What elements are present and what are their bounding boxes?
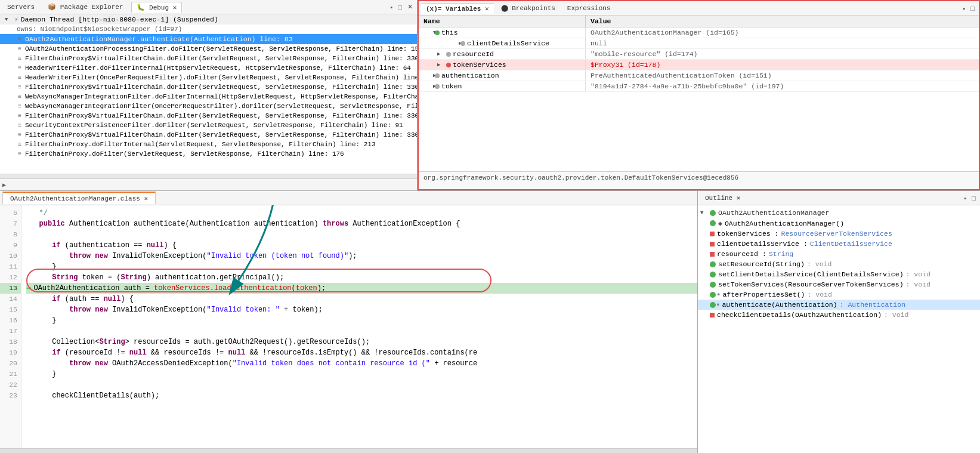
stack-frame-4[interactable]: ≡ HeaderWriterFilter(OncePerRequestFilte… — [0, 73, 417, 82]
var-row-this[interactable]: ▼ this OAuth2AuthenticationManager (id=1… — [419, 27, 979, 38]
vars-maximize-btn[interactable]: □ — [969, 4, 976, 13]
thread-item[interactable]: ▼ ⚡ Daemon Thread [http-nio-8080-exec-1]… — [0, 14, 417, 24]
frame-text-11: FilterChainProxy.doFilterInternal(Servle… — [25, 141, 376, 148]
frame-icon-4: ≡ — [17, 75, 23, 81]
frame-text-7: WebAsyncManagerIntegrationFilter(OncePer… — [25, 103, 417, 110]
outline-auth-label: authenticate(Authentication) — [722, 301, 837, 309]
owns-label: owns: NioEndpoint$NioSocketWrapper (id=9… — [17, 26, 182, 33]
tab-package-explorer[interactable]: 📦 Package Explorer — [43, 2, 128, 12]
outline-constructor-label: ◆ — [718, 219, 722, 227]
vars-minimize-btn[interactable]: ▪ — [961, 4, 967, 13]
outline-class[interactable]: ▼ OAuth2AuthenticationManager — [698, 208, 980, 218]
debug-close-btn[interactable]: ✕ — [406, 2, 415, 11]
debug-scrollbar[interactable] — [0, 174, 417, 178]
frame-icon-1: ≡ — [17, 46, 23, 52]
token-icon — [435, 84, 440, 89]
outline-minimize-btn[interactable]: ▪ — [962, 194, 968, 202]
outline-aps-icon: ● — [710, 292, 720, 298]
line14-content: if (auth == null) { — [26, 294, 134, 304]
line7-content: public Authentication authenticate(Authe… — [26, 218, 460, 229]
owns-item: owns: NioEndpoint$NioSocketWrapper (id=9… — [0, 24, 417, 34]
var-value-this: OAuth2AuthenticationManager (id=165) — [586, 27, 979, 38]
tab-debug[interactable]: 🐛 Debug ✕ — [131, 2, 182, 13]
ts-expand[interactable]: ▶ — [437, 61, 444, 68]
stack-frame-12[interactable]: ≡ FilterChainProxy.doFilter(ServletReque… — [0, 149, 417, 159]
stack-frame-0[interactable]: ≡ OAuth2AuthenticationManager.authentica… — [0, 34, 417, 44]
bottom-panel: OAuth2AuthenticationManager.class ✕ 6 7 … — [0, 191, 980, 453]
var-row-token[interactable]: ▶ token "8194a1d7-2784-4a9e-a71b-25bebfc… — [419, 81, 979, 92]
outline-class-label: OAuth2AuthenticationManager — [718, 209, 829, 217]
stack-frame-9[interactable]: ≡ SecurityContextPersistenceFilter.doFil… — [0, 121, 417, 130]
tab-expressions[interactable]: Expressions — [562, 4, 616, 13]
ln-19: 19 — [0, 347, 21, 358]
stack-frame-10[interactable]: ≡ FilterChainProxy$VirtualFilterChain.do… — [0, 130, 417, 140]
var-row-clientDetailsService[interactable]: ▶ clientDetailsService null — [419, 38, 979, 49]
var-name-token: ▶ token — [419, 81, 586, 91]
outline-cds[interactable]: clientDetailsService : ClientDetailsServ… — [698, 239, 980, 249]
outline-tab-bar: Outline ✕ ▪ □ — [698, 191, 980, 205]
outline-checkClientDetails[interactable]: checkClientDetails(OAuth2Authentication)… — [698, 310, 980, 320]
debug-arrow: ⇒ — [26, 283, 31, 294]
rid-expand[interactable]: ▶ — [437, 51, 444, 57]
stack-frame-6[interactable]: ≡ WebAsyncManagerIntegrationFilter.doFil… — [0, 92, 417, 101]
ts-label: tokenServices — [453, 61, 506, 69]
auth-expand[interactable]: ▶ — [421, 72, 433, 79]
var-row-authentication[interactable]: ▶ authentication PreAuthenticatedAuthent… — [419, 70, 979, 81]
outline-resourceId[interactable]: resourceId : String — [698, 249, 980, 259]
code-tab-bar: OAuth2AuthenticationManager.class ✕ — [0, 191, 697, 205]
var-value-ts: $Proxy31 (id=178) — [586, 60, 979, 70]
debug-maximize-btn[interactable]: □ — [396, 2, 404, 11]
nav-arrow-right[interactable]: ▶ — [2, 181, 6, 189]
stack-frame-2[interactable]: ≡ FilterChainProxy$VirtualFilterChain.do… — [0, 54, 417, 63]
outline-ccd-icon — [710, 313, 715, 318]
line21-content: } — [26, 369, 56, 380]
line18-content: Collection<String> resourceIds = auth.ge… — [26, 337, 370, 347]
expand-arrow[interactable]: ▼ — [5, 17, 12, 23]
code-line-15: throw new InvalidTokenException("Invalid… — [26, 304, 697, 315]
stack-frame-8[interactable]: ≡ FilterChainProxy$VirtualFilterChain.do… — [0, 111, 417, 121]
tab-outline[interactable]: Outline ✕ — [700, 193, 745, 203]
code-tab-main[interactable]: OAuth2AuthenticationManager.class ✕ — [2, 192, 156, 204]
frame-text-10: FilterChainProxy$VirtualFilterChain.doFi… — [25, 131, 417, 138]
outline-tokenServices[interactable]: tokenServices : ResourceServerTokenServi… — [698, 229, 980, 239]
code-hscrollbar[interactable] — [0, 448, 697, 453]
stack-frame-11[interactable]: ≡ FilterChainProxy.doFilterInternal(Serv… — [0, 140, 417, 149]
code-line-22 — [26, 380, 697, 390]
outline-ts-type: ResourceServerTokenServices — [781, 230, 892, 238]
var-row-tokenServices[interactable]: ▶ tokenServices $Proxy31 (id=178) — [419, 60, 979, 70]
outline-scds-ret: : void — [906, 270, 930, 278]
outline-authenticate[interactable]: ● authenticate(Authentication) : Authent… — [698, 300, 980, 310]
outline-afterPropertiesSet[interactable]: ● afterPropertiesSet() : void — [698, 289, 980, 300]
tab-breakpoints[interactable]: ⬤ Breakpoints — [496, 3, 560, 13]
vars-expression: org.springframework.security.oauth2.prov… — [419, 171, 979, 189]
outline-setCDS[interactable]: setClientDetailsService(ClientDetailsSer… — [698, 269, 980, 279]
code-editor[interactable]: 6 7 8 9 10 11 12 13 14 15 16 17 18 19 — [0, 205, 697, 448]
var-name-auth: ▶ authentication — [419, 70, 586, 81]
code-line-12: String token = (String) authentication.g… — [26, 272, 697, 283]
this-expand[interactable]: ▼ — [421, 30, 433, 36]
outline-sts-icon — [710, 282, 716, 288]
var-row-resourceId[interactable]: ▶ resourceId "mobile-resource" (id=174) — [419, 49, 979, 60]
outline-setResourceId[interactable]: setResourceId(String) : void — [698, 259, 980, 269]
debug-minimize-btn[interactable]: ▪ — [388, 2, 394, 11]
stack-frame-7[interactable]: ≡ WebAsyncManagerIntegrationFilter(OnceP… — [0, 101, 417, 111]
tab-servers[interactable]: Servers — [2, 2, 39, 12]
outline-constructor[interactable]: ◆ OAuth2AuthenticationManager() — [698, 218, 980, 229]
outline-maximize-btn[interactable]: □ — [970, 194, 978, 202]
ln-11: 11 — [0, 261, 21, 272]
code-line-16: } — [26, 315, 697, 326]
stack-frame-1[interactable]: ≡ OAuth2AuthenticationProcessingFilter.d… — [0, 44, 417, 54]
frame-icon-5: ≡ — [17, 84, 23, 90]
ln-16: 16 — [0, 315, 21, 326]
outline-setTS[interactable]: setTokenServices(ResourceServerTokenServ… — [698, 279, 980, 289]
stack-frame-5[interactable]: ≡ FilterChainProxy$VirtualFilterChain.do… — [0, 82, 417, 92]
var-value-auth: PreAuthenticatedAuthenticationToken (id=… — [586, 70, 979, 81]
cds-icon — [460, 41, 465, 46]
token-expand[interactable]: ▶ — [421, 83, 433, 90]
stack-frame-3[interactable]: ≡ HeaderWriterFilter.doFilterInternal(Ht… — [0, 63, 417, 73]
outline-class-expand[interactable]: ▼ — [700, 210, 707, 216]
this-icon — [435, 30, 440, 35]
tab-variables[interactable]: (x)= Variables ✕ — [421, 3, 494, 14]
var-value-cds: null — [586, 38, 979, 48]
cds-expand[interactable]: ▶ — [437, 40, 459, 47]
